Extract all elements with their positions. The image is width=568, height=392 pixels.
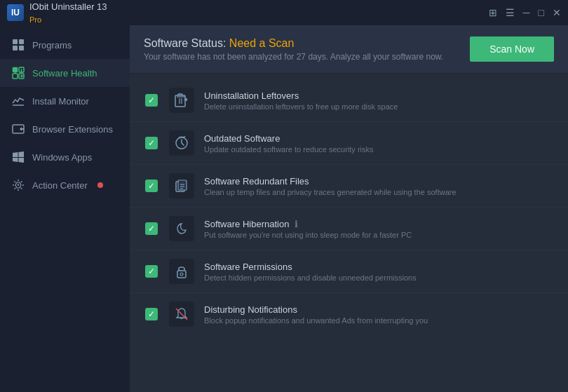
checkbox-uninstallation[interactable]: ✓ xyxy=(144,93,159,108)
info-icon[interactable]: ℹ xyxy=(295,219,298,229)
grid-icon[interactable]: ⊞ xyxy=(489,7,497,18)
svg-point-27 xyxy=(180,273,183,276)
browser-extensions-label: Browser Extensions xyxy=(32,124,113,135)
app-title: IObit Uninstaller 13 xyxy=(29,1,107,12)
titlebar-left: IU IObit Uninstaller 13 Pro xyxy=(7,0,107,25)
windows-apps-icon xyxy=(11,150,25,164)
status-text-block: Software Status: Need a Scan Your softwa… xyxy=(144,37,443,62)
notifications-text-block: Disturbing Notifications Block popup not… xyxy=(204,304,554,325)
svg-rect-1 xyxy=(19,39,24,44)
action-center-icon xyxy=(11,178,25,192)
notifications-icon-box xyxy=(169,302,194,327)
feature-name-3: Software Hibernation ℹ xyxy=(204,219,554,229)
titlebar: IU IObit Uninstaller 13 Pro ⊞ ☰ ─ □ ✕ xyxy=(0,0,568,25)
sidebar-item-windows-apps[interactable]: Windows Apps xyxy=(0,143,130,171)
checkmark-icon: ✓ xyxy=(145,222,158,235)
svg-rect-0 xyxy=(13,39,18,44)
permissions-text-block: Software Permissions Detect hidden permi… xyxy=(204,262,554,282)
hibernation-icon-box xyxy=(169,216,194,241)
feature-item-redundant-files: ✓ Software Redundant Files Clean up temp… xyxy=(130,165,568,208)
sidebar-item-install-monitor[interactable]: Install Monitor xyxy=(0,87,130,115)
svg-rect-3 xyxy=(19,46,24,50)
feature-name-5: Disturbing Notifications xyxy=(204,304,554,315)
svg-rect-26 xyxy=(177,271,186,278)
checkbox-outdated[interactable]: ✓ xyxy=(144,135,159,151)
feature-desc-5: Block popup notifications and unwanted A… xyxy=(204,316,554,325)
checkmark-icon: ✓ xyxy=(145,265,158,278)
feature-item-hibernation: ✓ Software Hibernation ℹ Put software yo… xyxy=(130,208,568,250)
browser-extensions-icon xyxy=(11,122,25,136)
permissions-icon-box xyxy=(169,259,194,284)
sidebar-item-programs[interactable]: Programs xyxy=(0,31,130,59)
pro-label: Pro xyxy=(29,15,41,24)
programs-label: Programs xyxy=(32,40,72,50)
action-center-label: Action Center xyxy=(32,180,88,191)
status-subtitle: Your software has not been analyzed for … xyxy=(144,52,443,62)
feature-name-0: Uninstallation Leftovers xyxy=(204,90,554,101)
feature-item-outdated-software: ✓ Outdated Software Update outdated soft… xyxy=(130,122,568,165)
feature-desc-2: Clean up temp files and privacy traces g… xyxy=(204,188,554,196)
checkmark-icon: ✓ xyxy=(145,308,158,320)
redundant-text-block: Software Redundant Files Clean up temp f… xyxy=(204,176,554,196)
titlebar-controls: ⊞ ☰ ─ □ ✕ xyxy=(489,7,561,18)
feature-item-uninstallation-leftovers: ✓ Uninstallation Leftovers Delete uninst… xyxy=(130,79,568,122)
maximize-icon[interactable]: □ xyxy=(539,7,544,18)
checkbox-hibernation[interactable]: ✓ xyxy=(144,221,159,236)
app-icon: IU xyxy=(7,4,24,21)
sidebar-item-browser-extensions[interactable]: Browser Extensions xyxy=(0,115,130,143)
programs-icon xyxy=(11,38,25,52)
uninstallation-text-block: Uninstallation Leftovers Delete uninstal… xyxy=(204,90,554,111)
checkmark-icon: ✓ xyxy=(145,137,158,149)
sidebar-item-action-center[interactable]: Action Center xyxy=(0,171,130,199)
status-banner: Software Status: Need a Scan Your softwa… xyxy=(130,25,568,74)
feature-desc-3: Put software you're not using into sleep… xyxy=(204,231,554,239)
software-health-icon xyxy=(11,66,25,80)
titlebar-title-block: IObit Uninstaller 13 Pro xyxy=(29,0,107,25)
feature-name-1: Outdated Software xyxy=(204,133,554,144)
hibernation-text-block: Software Hibernation ℹ Put software you'… xyxy=(204,219,554,239)
outdated-text-block: Outdated Software Update outdated softwa… xyxy=(204,133,554,154)
feature-desc-4: Detect hidden permissions and disable un… xyxy=(204,273,554,282)
svg-rect-2 xyxy=(13,46,18,50)
svg-rect-8 xyxy=(13,74,18,79)
install-monitor-label: Install Monitor xyxy=(32,96,89,107)
checkbox-redundant[interactable]: ✓ xyxy=(144,178,159,194)
content-area: Software Status: Need a Scan Your softwa… xyxy=(130,25,568,392)
checkmark-icon: ✓ xyxy=(145,94,158,107)
action-center-badge xyxy=(97,182,103,188)
feature-list: ✓ Uninstallation Leftovers Delete uninst… xyxy=(130,74,568,341)
outdated-software-icon-box xyxy=(169,130,194,156)
status-title: Software Status: Need a Scan xyxy=(144,37,443,50)
checkbox-notifications[interactable]: ✓ xyxy=(144,306,159,322)
feature-name-4: Software Permissions xyxy=(204,262,554,272)
scan-now-button[interactable]: Scan Now xyxy=(470,36,554,62)
windows-apps-label: Windows Apps xyxy=(32,152,92,163)
menu-icon[interactable]: ☰ xyxy=(506,7,515,18)
feature-name-2: Software Redundant Files xyxy=(204,176,554,187)
uninstallation-leftovers-icon-box xyxy=(169,88,194,113)
main-layout: Programs Software Health xyxy=(0,25,568,392)
minimize-icon[interactable]: ─ xyxy=(523,7,530,18)
feature-desc-1: Update outdated software to reduce secur… xyxy=(204,145,554,154)
checkmark-icon: ✓ xyxy=(145,180,158,192)
sidebar-item-software-health[interactable]: Software Health xyxy=(0,59,130,87)
close-icon[interactable]: ✕ xyxy=(553,7,561,18)
status-highlight: Need a Scan xyxy=(229,37,295,49)
feature-item-notifications: ✓ Disturbing Notifications Block popup n… xyxy=(130,293,568,335)
software-health-label: Software Health xyxy=(32,68,97,79)
feature-item-permissions: ✓ Software Permissions Detect hidden per… xyxy=(130,250,568,293)
redundant-files-icon-box xyxy=(169,173,194,198)
feature-desc-0: Delete uninstallation leftovers to free … xyxy=(204,102,554,111)
checkbox-permissions[interactable]: ✓ xyxy=(144,264,159,279)
sidebar: Programs Software Health xyxy=(0,25,130,392)
install-monitor-icon xyxy=(11,94,25,108)
status-label: Software Status: xyxy=(144,37,229,49)
